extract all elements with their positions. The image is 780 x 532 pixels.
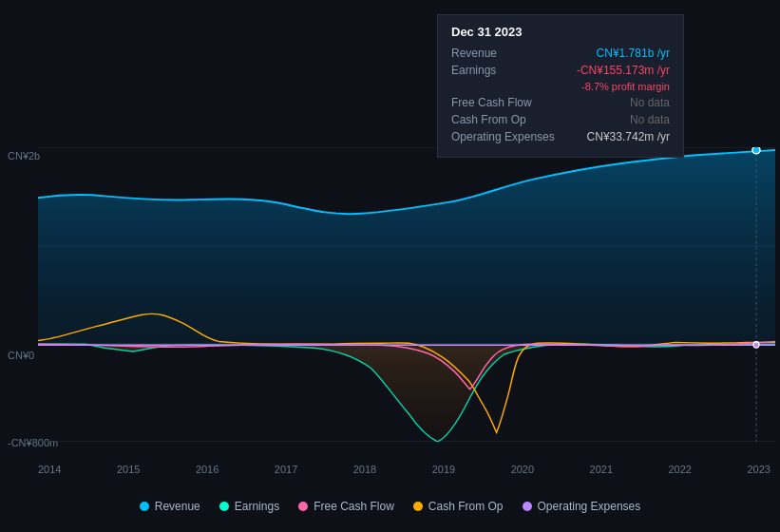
chart-svg — [38, 147, 775, 442]
tooltip-revenue-row: Revenue CN¥1.781b /yr — [451, 47, 670, 60]
tooltip-opex-unit: /yr — [657, 130, 670, 143]
legend-dot-opex — [523, 502, 532, 511]
svg-point-8 — [753, 342, 759, 348]
legend-label-opex: Operating Expenses — [538, 500, 641, 513]
tooltip-profit-margin: -8.7% profit margin — [581, 81, 670, 92]
legend-dot-earnings — [219, 502, 229, 511]
tooltip-opex-row: Operating Expenses CN¥33.742m /yr — [451, 130, 670, 143]
x-label-2020: 2020 — [511, 464, 534, 475]
svg-point-6 — [752, 147, 760, 154]
x-label-2022: 2022 — [669, 464, 692, 475]
legend-dot-fcf — [298, 502, 308, 511]
tooltip-fcf-label: Free Cash Flow — [451, 96, 565, 109]
x-label-2019: 2019 — [432, 464, 455, 475]
x-label-2018: 2018 — [353, 464, 376, 475]
x-label-2017: 2017 — [275, 464, 297, 475]
tooltip-revenue-unit: /yr — [657, 47, 670, 60]
legend-opex[interactable]: Operating Expenses — [523, 500, 641, 513]
legend-cashfromop[interactable]: Cash From Op — [413, 500, 504, 513]
tooltip-opex-label: Operating Expenses — [451, 130, 565, 143]
tooltip-margin-row: -8.7% profit margin — [451, 81, 670, 92]
tooltip-fcf-value: No data — [630, 96, 670, 109]
tooltip-cashfromop-value: No data — [630, 113, 670, 126]
legend-dot-revenue — [140, 502, 149, 511]
tooltip-earnings-unit: /yr — [657, 64, 670, 77]
legend-revenue[interactable]: Revenue — [140, 500, 200, 513]
x-label-2021: 2021 — [590, 464, 613, 475]
tooltip-date: Dec 31 2023 — [451, 25, 670, 39]
legend-label-earnings: Earnings — [235, 500, 279, 513]
legend-label-fcf: Free Cash Flow — [314, 500, 394, 513]
y-label-0: CN¥0 — [8, 350, 34, 361]
tooltip-box: Dec 31 2023 Revenue CN¥1.781b /yr Earnin… — [437, 14, 684, 158]
tooltip-fcf-row: Free Cash Flow No data — [451, 96, 670, 109]
tooltip-opex-value: CN¥33.742m — [587, 130, 655, 143]
legend-earnings[interactable]: Earnings — [219, 500, 279, 513]
tooltip-earnings-label: Earnings — [451, 64, 565, 77]
x-label-2023: 2023 — [747, 464, 770, 475]
tooltip-revenue-label: Revenue — [451, 47, 565, 60]
tooltip-cashfromop-label: Cash From Op — [451, 113, 565, 126]
x-label-2015: 2015 — [117, 464, 140, 475]
chart-legend: Revenue Earnings Free Cash Flow Cash Fro… — [0, 500, 780, 513]
legend-label-revenue: Revenue — [155, 500, 200, 513]
y-label-2b: CN¥2b — [8, 150, 40, 162]
legend-label-cashfromop: Cash From Op — [428, 500, 504, 513]
x-label-2016: 2016 — [196, 464, 219, 475]
legend-dot-cashfromop — [413, 502, 423, 511]
tooltip-cashfromop-row: Cash From Op No data — [451, 113, 670, 126]
tooltip-earnings-value: -CN¥155.173m — [577, 64, 654, 77]
tooltip-revenue-value: CN¥1.781b — [597, 47, 655, 60]
x-label-2014: 2014 — [38, 464, 61, 475]
chart-container: Dec 31 2023 Revenue CN¥1.781b /yr Earnin… — [0, 0, 780, 532]
legend-fcf[interactable]: Free Cash Flow — [298, 500, 394, 513]
tooltip-earnings-row: Earnings -CN¥155.173m /yr — [451, 64, 670, 77]
x-axis-labels: 2014 2015 2016 2017 2018 2019 2020 2021 … — [38, 464, 770, 475]
